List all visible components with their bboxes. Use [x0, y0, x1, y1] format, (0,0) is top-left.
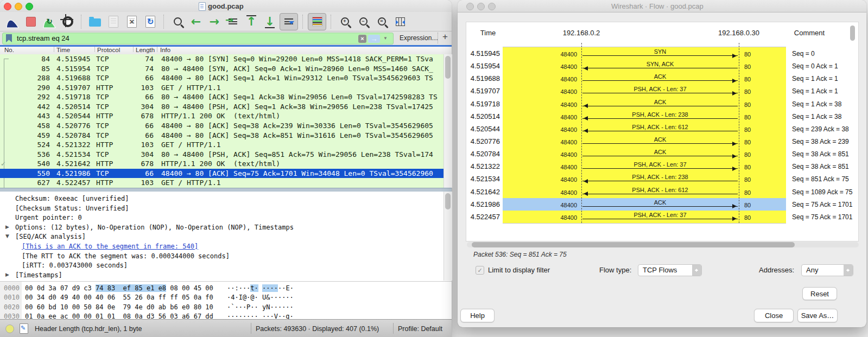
flow-row[interactable]: 4.5159454840080SYNSeq = 0	[466, 47, 858, 60]
status-profile[interactable]: Profile: Default	[398, 325, 442, 333]
packet-row[interactable]: 4434.520544HTTP678HTTP/1.1 200 OK (text/…	[0, 111, 443, 121]
main-titlebar[interactable]: good.pcap	[0, 0, 452, 12]
expert-info-icon[interactable]	[5, 325, 14, 333]
reset-button[interactable]: Reset	[802, 287, 837, 300]
find-packet-icon[interactable]	[169, 14, 186, 30]
colorize-icon[interactable]	[308, 13, 326, 30]
frame-reference-link[interactable]: [This is an ACK to the segment in frame:…	[22, 243, 198, 250]
go-to-packet-icon[interactable]: →	[224, 14, 242, 30]
restart-capture-icon[interactable]: ↻	[41, 14, 58, 30]
hex-bytes[interactable]: 00 34 d0 49 40 00 40 06 55 26 0a ff ff 0…	[25, 294, 213, 301]
detail-line[interactable]: [iRTT: 0.003743000 seconds]	[0, 260, 443, 270]
limit-to-filter-checkbox[interactable]: ✓	[476, 266, 484, 275]
flow-titlebar[interactable]: Wireshark · Flow · good.pcap	[458, 0, 866, 12]
close-button[interactable]: Close	[754, 309, 794, 322]
col-length[interactable]: Length	[136, 47, 155, 53]
hex-ascii[interactable]: ·4·I@·@· U&······	[227, 294, 294, 301]
packet-row[interactable]: 2924.519718TCP6680 → 48400 [ACK] Seq=1 A…	[0, 92, 443, 102]
packet-row[interactable]: 4424.520514TCP30480 → 48400 [PSH, ACK] S…	[0, 102, 443, 112]
flow-horizontal-scrollbar[interactable]	[467, 242, 859, 247]
packet-row[interactable]: 2904.519707HTTP103GET / HTTP/1.1	[0, 83, 443, 93]
flow-row[interactable]: 4.5197184840080ACKSeq = 1 Ack = 38	[466, 98, 858, 110]
flow-row[interactable]: 4.5205144840080PSH, ACK - Len: 238Seq = …	[466, 110, 858, 123]
hex-ascii[interactable]: ·`···P·· yN······	[227, 303, 294, 311]
column-divider[interactable]	[94, 47, 95, 52]
detail-line[interactable]: ▶[Timestamps]	[0, 270, 443, 280]
filter-history-caret-icon[interactable]: ▼	[383, 36, 388, 41]
hex-bytes[interactable]: 00 60 bd 10 00 50 84 0e 79 4e d0 ab b6 e…	[25, 303, 213, 311]
help-button[interactable]: Help	[460, 309, 495, 322]
scrollbar-thumb[interactable]	[445, 193, 451, 209]
packet-row[interactable]: 5244.521322HTTP103GET / HTTP/1.1	[0, 140, 443, 150]
col-no[interactable]: No.	[4, 47, 14, 53]
capture-options-icon[interactable]	[59, 14, 77, 30]
capture-comment-icon[interactable]	[20, 323, 28, 334]
open-file-icon[interactable]	[86, 14, 104, 30]
minimize-window-button[interactable]	[15, 3, 22, 10]
zoom-window-button[interactable]	[488, 3, 496, 10]
packet-row[interactable]: 6274.522457HTTP103GET / HTTP/1.1	[0, 178, 443, 188]
detail-line[interactable]: [Checksum Status: Unverified]	[0, 204, 443, 213]
col-protocol[interactable]: Protocol	[97, 47, 120, 53]
save-file-icon[interactable]	[105, 14, 122, 30]
expression-button[interactable]: Expression…	[400, 34, 438, 42]
col-time[interactable]: Time	[56, 47, 70, 53]
flow-row[interactable]: 4.5219864840080ACKSeq = 75 Ack = 1701	[466, 198, 858, 211]
close-window-button[interactable]	[466, 3, 474, 10]
detail-line[interactable]: [This is an ACK to the segment in frame:…	[0, 241, 443, 251]
zoom-out-icon[interactable]: −	[354, 14, 372, 30]
hex-row[interactable]: 000000 0d 3a 07 d9 c3 74 83 ef 85 e1 e8 …	[0, 283, 452, 293]
flow-row[interactable]: 4.5197074840080PSH, ACK - Len: 37Seq = 1…	[466, 85, 858, 97]
addresses-select[interactable]: Any	[801, 264, 853, 276]
packet-row[interactable]: 4594.520784TCP6648400 → 80 [ACK] Seq=38 …	[0, 131, 443, 141]
go-to-top-icon[interactable]: ↑	[243, 14, 260, 30]
hex-row[interactable]: 003001 0a ee ac 00 00 01 01 08 0a d3 56 …	[0, 311, 452, 320]
column-divider[interactable]	[157, 47, 157, 52]
auto-scroll-icon[interactable]	[280, 13, 298, 30]
column-divider[interactable]	[54, 47, 54, 52]
flow-row[interactable]: 4.5207844840080ACKSeq = 38 Ack = 851	[466, 148, 858, 160]
close-file-icon[interactable]: ×	[123, 14, 141, 30]
scrollbar-thumb[interactable]	[472, 242, 795, 247]
add-filter-button[interactable]: +	[442, 31, 448, 42]
clear-filter-button[interactable]: ×	[358, 35, 366, 43]
packet-row[interactable]: 854.515954TCP7480 → 48400 [SYN, ACK] Seq…	[0, 64, 443, 74]
flow-row[interactable]: 4.5207764840080ACKSeq = 38 Ack = 239	[466, 135, 858, 148]
zoom-in-icon[interactable]: +	[336, 14, 353, 30]
packet-row[interactable]: 5504.521986TCP6648400 → 80 [ACK] Seq=75 …	[0, 169, 443, 179]
hex-row[interactable]: 002000 60 bd 10 00 50 84 0e 79 4e d0 ab …	[0, 302, 452, 311]
zoom-window-button[interactable]	[26, 3, 33, 10]
detail-line[interactable]: [The RTT to ACK the segment was: 0.00034…	[0, 251, 443, 261]
go-forward-icon[interactable]: →	[206, 14, 223, 30]
packet-row[interactable]: 2884.519688TCP6648400 → 80 [ACK] Seq=1 A…	[0, 73, 443, 83]
scrollbar-thumb[interactable]	[445, 56, 451, 79]
hex-row[interactable]: 001000 34 d0 49 40 00 40 06 55 26 0a ff …	[0, 293, 452, 302]
collapsed-triangle-icon[interactable]: ▶	[5, 272, 9, 277]
flow-graph-canvas[interactable]: Time 192.168.0.2 192.168.0.30 Comment 4.…	[466, 22, 859, 241]
packet-list-scrollbar[interactable]	[443, 54, 452, 188]
hex-bytes[interactable]: 00 0d 3a 07 d9 c3 74 83 ef 85 e1 e8 08 0…	[25, 284, 213, 292]
reload-file-icon[interactable]: ↻	[142, 14, 159, 30]
resize-columns-icon[interactable]	[391, 14, 409, 30]
flow-row[interactable]: 4.5205444840080PSH, ACK - Len: 612Seq = …	[466, 123, 858, 135]
detail-line[interactable]: Checksum: 0xeeac [unverified]	[0, 194, 443, 204]
flow-row[interactable]: 4.5224574840080PSH, ACK - Len: 37Seq = 7…	[466, 211, 858, 223]
start-capture-icon[interactable]	[4, 14, 21, 30]
flow-row[interactable]: 4.5215344840080PSH, ACK - Len: 238Seq = …	[466, 173, 858, 185]
display-filter-input[interactable]: tcp.stream eq 24 × → ▼	[2, 33, 394, 44]
detail-line[interactable]: ▼[SEQ/ACK analysis]	[0, 232, 443, 241]
packet-list-header[interactable]: No. Time Protocol Length Info	[0, 47, 452, 55]
flow-row[interactable]: 4.5213224840080PSH, ACK - Len: 37Seq = 3…	[466, 160, 858, 173]
apply-filter-button[interactable]: →	[368, 35, 380, 43]
flow-type-select[interactable]: TCP Flows	[638, 264, 702, 276]
detail-line[interactable]: ▶Options: (12 bytes), No-Operation (NOP)…	[0, 222, 443, 232]
packet-row[interactable]: 844.515945TCP7448400 → 80 [SYN] Seq=0 Wi…	[0, 54, 443, 64]
flow-vertical-scrollbar[interactable]	[850, 26, 855, 41]
packet-row[interactable]: 5364.521534TCP30480 → 48400 [PSH, ACK] S…	[0, 150, 443, 160]
col-info[interactable]: Info	[160, 47, 170, 53]
flow-row[interactable]: 4.5216424840080PSH, ACK - Len: 612Seq = …	[466, 186, 858, 198]
save-as-button[interactable]: Save As…	[797, 309, 838, 322]
detail-line[interactable]: Urgent pointer: 0	[0, 213, 443, 222]
flow-row[interactable]: 4.5196884840080ACKSeq = 1 Ack = 1	[466, 72, 858, 85]
collapsed-triangle-icon[interactable]: ▶	[5, 224, 9, 230]
